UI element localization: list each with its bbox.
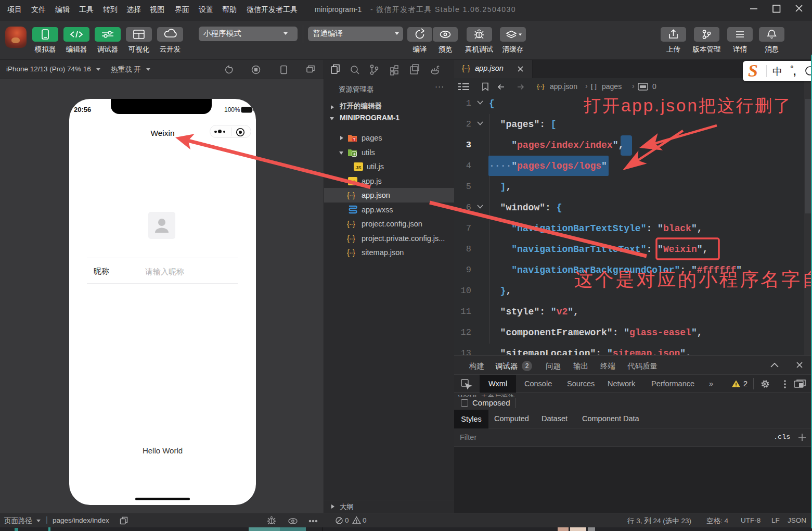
svg-text:JS: JS xyxy=(350,180,355,185)
svg-text:JS: JS xyxy=(355,165,361,170)
